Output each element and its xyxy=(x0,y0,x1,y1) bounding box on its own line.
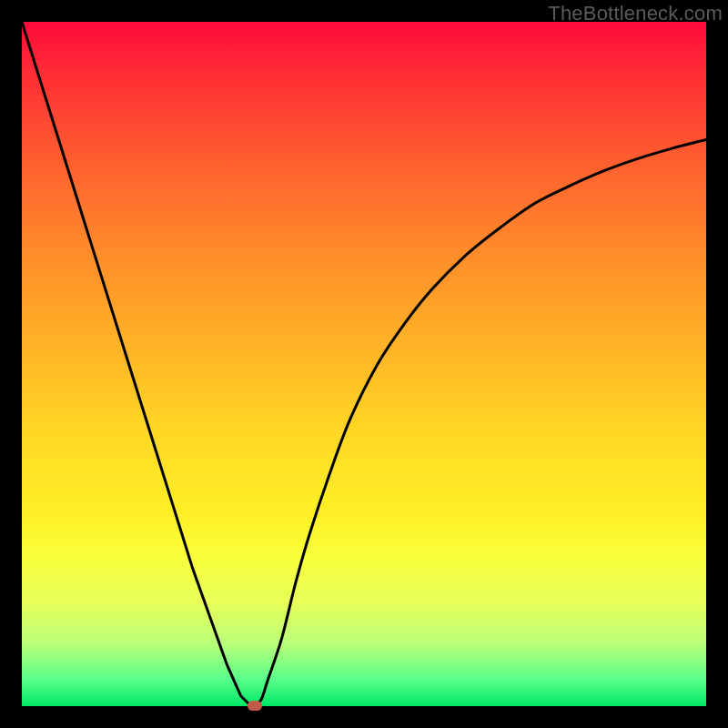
curve-path xyxy=(22,22,706,706)
minimum-marker xyxy=(248,701,262,711)
bottleneck-curve xyxy=(22,22,706,706)
watermark-text: TheBottleneck.com xyxy=(548,2,723,25)
plot-area xyxy=(22,22,706,706)
